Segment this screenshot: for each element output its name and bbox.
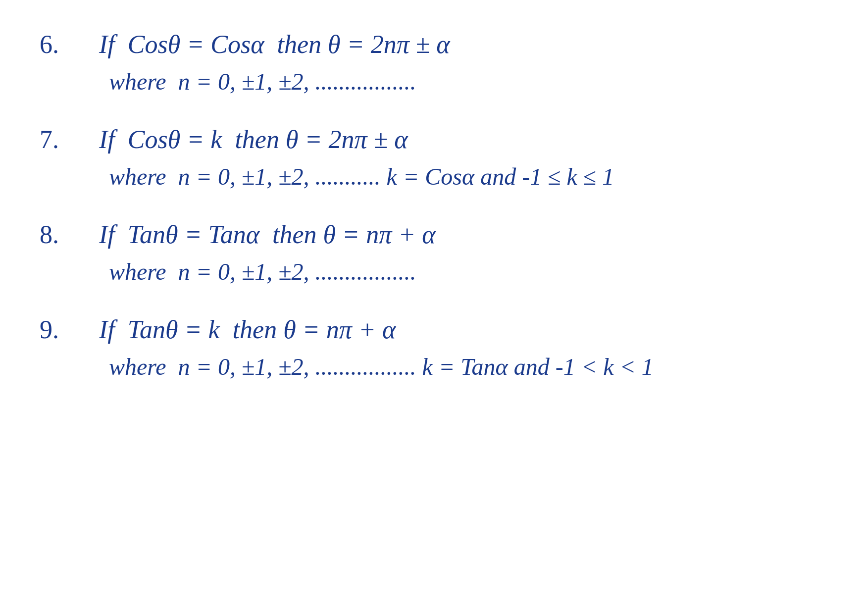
item-6: 6. If Cosθ = Cosα then θ = 2nπ ± α where… xyxy=(40,30,825,110)
item-7-formula: If Cosθ = k then θ = 2nπ ± α xyxy=(99,125,407,154)
item-8-where: where n = 0, ±1, ±2, ................. xyxy=(109,258,825,285)
item-8-formula: If Tanθ = Tanα then θ = nπ + α xyxy=(99,220,436,249)
item-9: 9. If Tanθ = k then θ = nπ + α where n =… xyxy=(40,315,825,395)
item-9-number: 9. xyxy=(40,315,89,344)
item-6-where: where n = 0, ±1, ±2, ................. xyxy=(109,68,825,95)
item-9-formula: If Tanθ = k then θ = nπ + α xyxy=(99,315,396,344)
item-9-where: where n = 0, ±1, ±2, ................. k… xyxy=(109,353,825,380)
item-8-main: 8. If Tanθ = Tanα then θ = nπ + α xyxy=(40,220,825,249)
item-8-number: 8. xyxy=(40,220,89,249)
main-content: 6. If Cosθ = Cosα then θ = 2nπ ± α where… xyxy=(40,30,825,395)
item-9-main: 9. If Tanθ = k then θ = nπ + α xyxy=(40,315,825,344)
item-6-formula: If Cosθ = Cosα then θ = 2nπ ± α xyxy=(99,30,450,59)
item-7-where: where n = 0, ±1, ±2, ........... k = Cos… xyxy=(109,163,825,190)
item-8: 8. If Tanθ = Tanα then θ = nπ + α where … xyxy=(40,220,825,300)
item-7-number: 7. xyxy=(40,125,89,154)
item-7-main: 7. If Cosθ = k then θ = 2nπ ± α xyxy=(40,125,825,154)
item-7: 7. If Cosθ = k then θ = 2nπ ± α where n … xyxy=(40,125,825,205)
item-6-main: 6. If Cosθ = Cosα then θ = 2nπ ± α xyxy=(40,30,825,59)
item-6-number: 6. xyxy=(40,30,89,59)
